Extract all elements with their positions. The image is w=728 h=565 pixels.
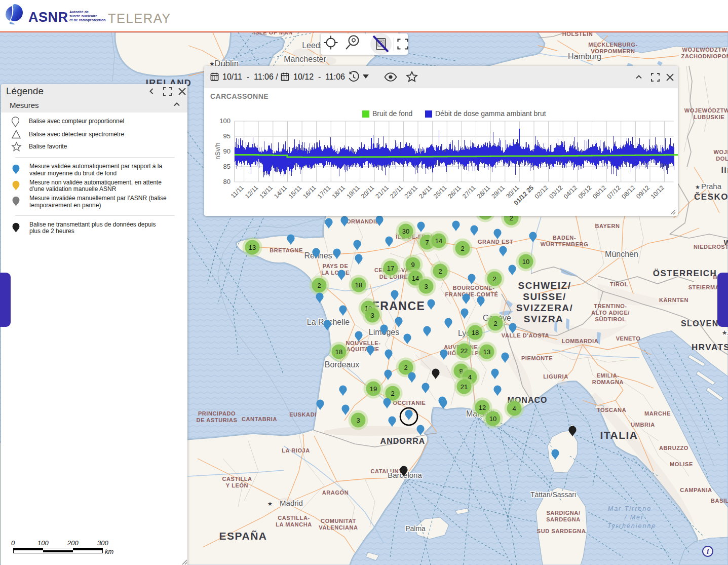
svg-text:90: 90 bbox=[223, 147, 231, 155]
svg-text:22/11: 22/11 bbox=[389, 184, 404, 200]
svg-text:CASTILLA: CASTILLA bbox=[222, 476, 252, 482]
svg-text:Y LEÓN: Y LEÓN bbox=[226, 482, 248, 488]
svg-text:04/12: 04/12 bbox=[562, 184, 579, 200]
svg-text:ABRUZZO: ABRUZZO bbox=[659, 445, 688, 451]
svg-text:LA RIOJA: LA RIOJA bbox=[282, 447, 310, 454]
svg-text:26/11: 26/11 bbox=[447, 184, 463, 200]
svg-text:ITALIA: ITALIA bbox=[600, 429, 638, 441]
svg-text:★: ★ bbox=[695, 184, 700, 190]
svg-text:Hamburg: Hamburg bbox=[568, 52, 601, 61]
svg-text:85: 85 bbox=[223, 163, 231, 170]
svg-text:Tyrrhénienne: Tyrrhénienne bbox=[607, 522, 657, 530]
svg-text:FRANCHE-COMTÉ: FRANCHE-COMTÉ bbox=[445, 291, 499, 297]
svg-text:ZACHODNIOPOM: ZACHODNIOPOM bbox=[681, 53, 728, 59]
svg-text:LA MANCHA: LA MANCHA bbox=[276, 521, 312, 528]
svg-text:3: 3 bbox=[424, 283, 428, 290]
svg-text:CAMPANIA: CAMPANIA bbox=[680, 487, 712, 493]
svg-text:HRVATSK: HRVATSK bbox=[692, 343, 728, 352]
svg-text:ISLE OF MAN: ISLE OF MAN bbox=[253, 32, 293, 35]
svg-text:2: 2 bbox=[404, 364, 407, 371]
svg-text:28/11: 28/11 bbox=[476, 184, 491, 200]
svg-text:18: 18 bbox=[355, 281, 362, 289]
svg-text:NIEDERÖSTER: NIEDERÖSTER bbox=[694, 244, 728, 250]
svg-text:ALTO ADIGE/: ALTO ADIGE/ bbox=[591, 310, 630, 316]
svg-text:nSv/h: nSv/h bbox=[214, 142, 221, 159]
svg-text:15/11: 15/11 bbox=[287, 184, 303, 200]
svg-text:13: 13 bbox=[249, 244, 256, 251]
svg-text:19: 19 bbox=[370, 385, 377, 393]
svg-text:EMILIA-: EMILIA- bbox=[596, 372, 619, 379]
svg-text:SVIZZERA/: SVIZZERA/ bbox=[516, 303, 573, 313]
svg-text:WOJEWÓDZTW: WOJEWÓDZTW bbox=[682, 47, 727, 53]
svg-text:07/12: 07/12 bbox=[606, 184, 622, 200]
svg-text:AQUITAINE: AQUITAINE bbox=[346, 346, 379, 352]
svg-text:MARCHE: MARCHE bbox=[644, 410, 671, 417]
svg-text:EUSKADI: EUSKADI bbox=[289, 411, 317, 418]
svg-text:München: München bbox=[605, 250, 638, 258]
svg-text:ÖSTERREICH: ÖSTERREICH bbox=[653, 269, 717, 278]
svg-text:19/11: 19/11 bbox=[345, 184, 361, 200]
svg-text:09/12: 09/12 bbox=[635, 184, 651, 200]
svg-text:3: 3 bbox=[356, 417, 360, 424]
svg-text:Débit de dose gamma ambiant br: Débit de dose gamma ambiant brut bbox=[435, 109, 546, 118]
svg-text:Madrid: Madrid bbox=[280, 499, 303, 507]
svg-text:★Z: ★Z bbox=[721, 329, 728, 336]
svg-text:BRETAGNE: BRETAGNE bbox=[270, 247, 303, 253]
svg-text:SVIZRA: SVIZRA bbox=[524, 314, 564, 324]
svg-text:2: 2 bbox=[391, 390, 394, 397]
svg-text:VALLE D'AOSTA: VALLE D'AOSTA bbox=[502, 332, 549, 338]
svg-text:GRAND EST: GRAND EST bbox=[478, 239, 513, 245]
svg-text:SUD SARDEGNA: SUD SARDEGNA bbox=[537, 528, 586, 534]
svg-text:CASTILLA-: CASTILLA- bbox=[278, 515, 310, 521]
svg-text:10/12: 10/12 bbox=[649, 184, 666, 200]
svg-text:WOJEWÓDZTWO: WOJEWÓDZTWO bbox=[684, 107, 728, 114]
svg-text:10: 10 bbox=[489, 415, 496, 423]
svg-text:SCHWEIZ/: SCHWEIZ/ bbox=[518, 280, 571, 291]
svg-text:LIGURIA: LIGURIA bbox=[543, 373, 568, 380]
svg-text:16/11: 16/11 bbox=[301, 184, 317, 200]
svg-text:MECKLENBURG-: MECKLENBURG- bbox=[588, 42, 638, 48]
svg-text:80: 80 bbox=[223, 178, 231, 185]
svg-text:MOLISE: MOLISE bbox=[670, 461, 693, 467]
svg-text:Praha: Praha bbox=[701, 182, 722, 191]
svg-text:ARAGÓN: ARAGÓN bbox=[322, 489, 349, 496]
svg-text:WOJE: WOJE bbox=[714, 149, 728, 155]
svg-text:14/11: 14/11 bbox=[273, 184, 288, 200]
svg-text:HOLSTEIN: HOLSTEIN bbox=[562, 32, 593, 37]
svg-text:PRINCIPADO: PRINCIPADO bbox=[198, 410, 236, 417]
svg-text:UMBRIA: UMBRIA bbox=[631, 422, 655, 428]
svg-text:18/11: 18/11 bbox=[331, 184, 347, 200]
svg-text:WÜRTTEMBERG: WÜRTTEMBERG bbox=[541, 241, 589, 247]
svg-text:12/11: 12/11 bbox=[244, 184, 259, 200]
svg-text:21: 21 bbox=[461, 383, 468, 391]
svg-text:BADEN-: BADEN- bbox=[553, 235, 576, 241]
svg-text:lin: lin bbox=[721, 166, 728, 174]
svg-text:Palma: Palma bbox=[405, 524, 426, 533]
svg-text:13/11: 13/11 bbox=[258, 184, 274, 200]
svg-text:30: 30 bbox=[402, 228, 409, 235]
svg-text:LOMBARDIA: LOMBARDIA bbox=[562, 338, 599, 344]
svg-text:2: 2 bbox=[438, 268, 442, 275]
svg-text:11/11: 11/11 bbox=[229, 184, 245, 200]
svg-text:ROMAGNA: ROMAGNA bbox=[592, 379, 624, 385]
svg-text:06/12: 06/12 bbox=[591, 184, 607, 200]
svg-text:17: 17 bbox=[387, 265, 394, 272]
svg-text:CARCASSONNE: CARCASSONNE bbox=[210, 92, 269, 100]
svg-text:18: 18 bbox=[335, 348, 342, 356]
svg-text:2: 2 bbox=[493, 320, 497, 327]
svg-text:17/11: 17/11 bbox=[316, 184, 332, 200]
svg-text:SÜDTIROL: SÜDTIROL bbox=[595, 316, 626, 322]
svg-text:20/11: 20/11 bbox=[360, 184, 375, 200]
svg-text:BASILIC: BASILIC bbox=[711, 498, 728, 504]
svg-text:ANDORRA: ANDORRA bbox=[380, 437, 426, 445]
svg-text:DE ASTURIAS: DE ASTURIAS bbox=[197, 417, 238, 423]
svg-text:SARDEGNA: SARDEGNA bbox=[546, 516, 581, 522]
svg-text:24/11: 24/11 bbox=[417, 184, 433, 200]
svg-text:05/12: 05/12 bbox=[577, 184, 593, 200]
svg-text:★: ★ bbox=[267, 501, 273, 507]
svg-text:CANTABRIA: CANTABRIA bbox=[242, 416, 277, 422]
svg-text:13: 13 bbox=[483, 348, 490, 356]
svg-text:PIEMONTE: PIEMONTE bbox=[521, 355, 553, 361]
svg-text:21/11: 21/11 bbox=[374, 184, 390, 200]
svg-text:BAYERN: BAYERN bbox=[595, 223, 620, 229]
